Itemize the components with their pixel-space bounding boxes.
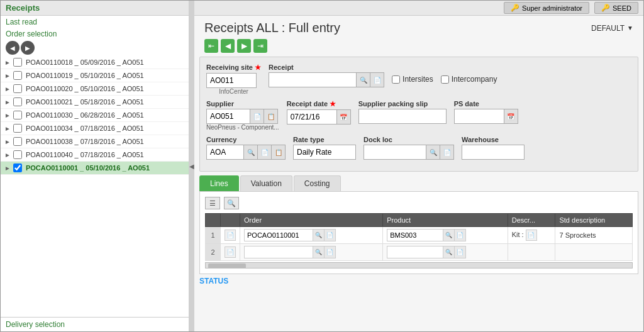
- sidebar-item[interactable]: ► POAO0110021 _ 05/18/2016 _ AO051: [1, 96, 189, 109]
- receiving-site-field: Receiving site ★ InfoCenter: [206, 64, 261, 95]
- row-1-num: 1: [206, 227, 221, 244]
- sidebar-item[interactable]: ► POAO0110040 _ 07/18/2016 _ AO051: [1, 148, 189, 162]
- last-record-btn[interactable]: ⇥: [253, 39, 267, 53]
- sidebar-item[interactable]: ► POAO0110018 _ 05/09/2016 _ AO051: [1, 56, 189, 69]
- doc-icon[interactable]: 📄: [225, 230, 236, 241]
- table-columns-btn[interactable]: ☰: [205, 197, 220, 209]
- row-2-num: 2: [206, 244, 221, 261]
- row-1-order-doc-icon[interactable]: 📄: [325, 229, 336, 241]
- sidebar-item[interactable]: ► POAO0110019 _ 05/10/2016 _ AO051: [1, 69, 189, 82]
- tabs-area: Lines Valuation Costing ☰ 🔍 Order Produc: [199, 175, 638, 274]
- supplier-doc1-icon[interactable]: 📄: [250, 109, 264, 124]
- currency-input-group: 🔍 📄 📋: [206, 145, 286, 160]
- currency-input[interactable]: [206, 145, 244, 160]
- row-2-product-input[interactable]: [387, 246, 443, 258]
- expand-arrow-icon: ►: [4, 138, 11, 145]
- item-label: POAO0110034 _ 07/18/2016 _ AO051: [26, 124, 144, 132]
- receipt-date-input[interactable]: [287, 109, 337, 124]
- item-label: POAO0110040 _ 07/18/2016 _ AO051: [26, 151, 144, 158]
- order-selection-label: Order selection: [1, 28, 189, 40]
- tab-costing[interactable]: Costing: [294, 175, 341, 191]
- row-1-product-doc-icon[interactable]: 📄: [455, 229, 466, 241]
- ps-date-calendar-icon[interactable]: 📅: [504, 109, 518, 124]
- table-scrollbar[interactable]: [205, 262, 633, 268]
- warehouse-input[interactable]: [462, 145, 525, 160]
- row-1-order-search-icon[interactable]: 🔍: [313, 229, 325, 241]
- receipt-date-field: Receipt date ★ 📅: [287, 100, 351, 124]
- sidebar-item[interactable]: ► POCAO0110001 _ 05/10/2016 _ AO051: [1, 162, 189, 175]
- supplier-packing-slip-field: Supplier packing slip: [358, 100, 447, 124]
- receiving-site-input[interactable]: [206, 73, 257, 88]
- table-search-btn[interactable]: 🔍: [224, 197, 239, 209]
- receipt-search-icon[interactable]: 🔍: [357, 72, 370, 87]
- currency-doc2-icon[interactable]: 📋: [272, 145, 286, 160]
- row-2-order-input[interactable]: [244, 246, 313, 258]
- item-checkbox-4[interactable]: [13, 111, 22, 119]
- status-bar: STATUS: [194, 274, 643, 288]
- prev-record-btn[interactable]: ◀: [221, 39, 235, 53]
- sidebar-next-btn[interactable]: ▶: [21, 41, 35, 55]
- supplier-input[interactable]: [206, 109, 250, 124]
- sidebar-item[interactable]: ► POAO0110034 _ 07/18/2016 _ AO051: [1, 122, 189, 135]
- expand-arrow-icon: ►: [4, 112, 11, 119]
- super-admin-btn[interactable]: 🔑 Super administrator: [504, 2, 589, 14]
- sidebar-item[interactable]: ► POAO0110038 _ 07/18/2016 _ AO051: [1, 135, 189, 148]
- item-checkbox-5[interactable]: [13, 124, 22, 133]
- sidebar-item[interactable]: ► POAO0110020 _ 05/10/2016 _ AO051: [1, 82, 189, 96]
- supplier-input-group: 📄 📋: [206, 109, 279, 124]
- sidebar: Receipts Last read Order selection ◀ ▶ ►…: [1, 1, 189, 331]
- item-checkbox-2[interactable]: [13, 84, 22, 93]
- warehouse-label: Warehouse: [462, 136, 525, 143]
- dock-loc-doc-icon[interactable]: 📄: [440, 145, 454, 160]
- seed-btn[interactable]: 🔑 SEED: [594, 2, 638, 14]
- row-1-order-input[interactable]: [244, 229, 313, 241]
- receipt-doc-icon[interactable]: 📄: [370, 72, 384, 87]
- sidebar-splitter[interactable]: ◀: [189, 1, 194, 331]
- row-1-product-input[interactable]: [387, 229, 443, 241]
- currency-doc1-icon[interactable]: 📄: [258, 145, 272, 160]
- currency-search-icon[interactable]: 🔍: [244, 145, 258, 160]
- row-2-order-doc-icon[interactable]: 📄: [325, 246, 336, 258]
- col-order: Order: [240, 214, 383, 227]
- next-record-btn[interactable]: ▶: [237, 39, 251, 53]
- item-checkbox-1[interactable]: [13, 71, 22, 80]
- nav-arrows: ⇤ ◀ ▶ ⇥: [194, 38, 643, 57]
- page-env[interactable]: DEFAULT ▼: [591, 24, 633, 33]
- supplier-packing-slip-input[interactable]: [358, 109, 447, 124]
- tab-lines[interactable]: Lines: [199, 175, 239, 191]
- item-checkbox-0[interactable]: [13, 58, 22, 67]
- row-1-order: 🔍 📄: [240, 227, 383, 244]
- first-record-btn[interactable]: ⇤: [204, 39, 218, 53]
- sidebar-header: Receipts: [1, 1, 189, 16]
- intersites-checkbox[interactable]: [392, 75, 400, 84]
- item-checkbox-6[interactable]: [13, 137, 22, 146]
- tab-valuation[interactable]: Valuation: [240, 175, 292, 191]
- receipt-input[interactable]: [269, 72, 357, 87]
- receipt-date-calendar-icon[interactable]: 📅: [337, 109, 351, 124]
- sidebar-items-list: ► POAO0110018 _ 05/09/2016 _ AO051 ► POA…: [1, 56, 189, 317]
- sidebar-prev-btn[interactable]: ◀: [6, 41, 19, 55]
- ps-date-input[interactable]: [454, 109, 504, 124]
- row-1-product-search-icon[interactable]: 🔍: [443, 229, 455, 241]
- row-2-description: [508, 244, 555, 261]
- row-2-product-doc-icon[interactable]: 📄: [455, 246, 466, 258]
- supplier-doc2-icon[interactable]: 📋: [264, 109, 278, 124]
- row-2-product-search-icon[interactable]: 🔍: [443, 246, 455, 258]
- dock-loc-search-icon[interactable]: 🔍: [426, 145, 440, 160]
- item-checkbox-7[interactable]: [13, 150, 22, 159]
- rate-type-input[interactable]: [293, 145, 356, 160]
- item-checkbox-3[interactable]: [13, 97, 22, 106]
- item-label: POAO0110018 _ 05/09/2016 _ AO051: [26, 58, 144, 66]
- dock-loc-input[interactable]: [364, 145, 426, 160]
- item-checkbox-8[interactable]: [13, 163, 22, 172]
- row-1-desc-icon[interactable]: 📄: [526, 230, 537, 241]
- item-label: POAO0110019 _ 05/10/2016 _ AO051: [26, 72, 144, 79]
- receipt-input-group: 🔍 📄: [269, 72, 384, 87]
- table-row: 2 📄 🔍 📄: [206, 244, 633, 261]
- intercompany-label: Intercompany: [452, 75, 497, 84]
- row-2-order-search-icon[interactable]: 🔍: [313, 246, 325, 258]
- row-2-doc-icon[interactable]: 📄: [225, 246, 236, 258]
- intercompany-checkbox[interactable]: [441, 75, 449, 84]
- expand-arrow-icon: ►: [4, 99, 11, 106]
- sidebar-item[interactable]: ► POAO0110030 _ 06/28/2016 _ AO051: [1, 109, 189, 122]
